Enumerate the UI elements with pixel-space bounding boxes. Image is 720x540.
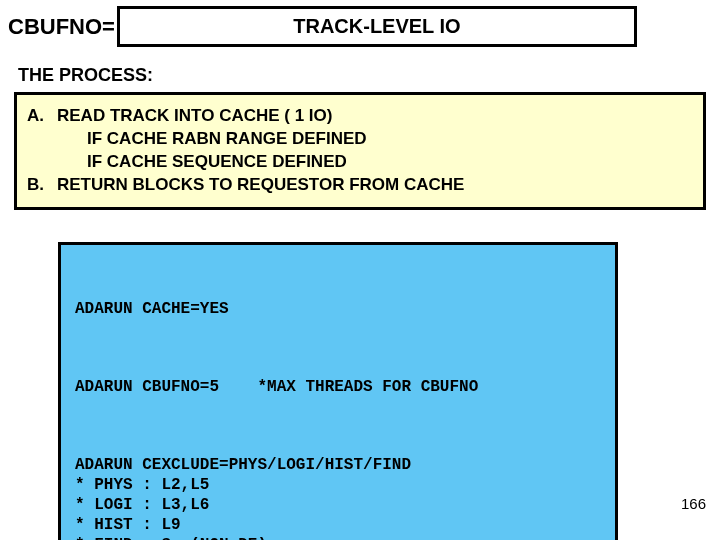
- process-line: A. READ TRACK INTO CACHE ( 1 IO): [27, 105, 693, 128]
- title-text: TRACK-LEVEL IO: [293, 15, 460, 37]
- process-line: IF CACHE SEQUENCE DEFINED: [27, 151, 693, 174]
- process-text: RETURN BLOCKS TO REQUESTOR FROM CACHE: [57, 174, 464, 197]
- list-marker: B.: [27, 174, 57, 197]
- process-text: IF CACHE RABN RANGE DEFINED: [57, 128, 367, 151]
- process-box: A. READ TRACK INTO CACHE ( 1 IO) IF CACH…: [14, 92, 706, 210]
- list-marker: [27, 128, 57, 151]
- process-heading: THE PROCESS:: [0, 47, 720, 92]
- code-block: ADARUN CBUFNO=5 *MAX THREADS FOR CBUFNO: [75, 377, 601, 397]
- process-text: IF CACHE SEQUENCE DEFINED: [57, 151, 347, 174]
- process-line: B. RETURN BLOCKS TO REQUESTOR FROM CACHE: [27, 174, 693, 197]
- title-box: TRACK-LEVEL IO: [117, 6, 637, 47]
- code-box: ADARUN CACHE=YES ADARUN CBUFNO=5 *MAX TH…: [58, 242, 618, 540]
- list-marker: A.: [27, 105, 57, 128]
- page-number: 166: [681, 495, 706, 512]
- code-block: ADARUN CEXCLUDE=PHYS/LOGI/HIST/FIND * PH…: [75, 455, 601, 540]
- process-text: READ TRACK INTO CACHE ( 1 IO): [57, 105, 332, 128]
- header-row: CBUFNO= TRACK-LEVEL IO: [0, 0, 720, 47]
- list-marker: [27, 151, 57, 174]
- process-line: IF CACHE RABN RANGE DEFINED: [27, 128, 693, 151]
- cbufno-label: CBUFNO=: [8, 14, 115, 40]
- code-block: ADARUN CACHE=YES: [75, 299, 601, 319]
